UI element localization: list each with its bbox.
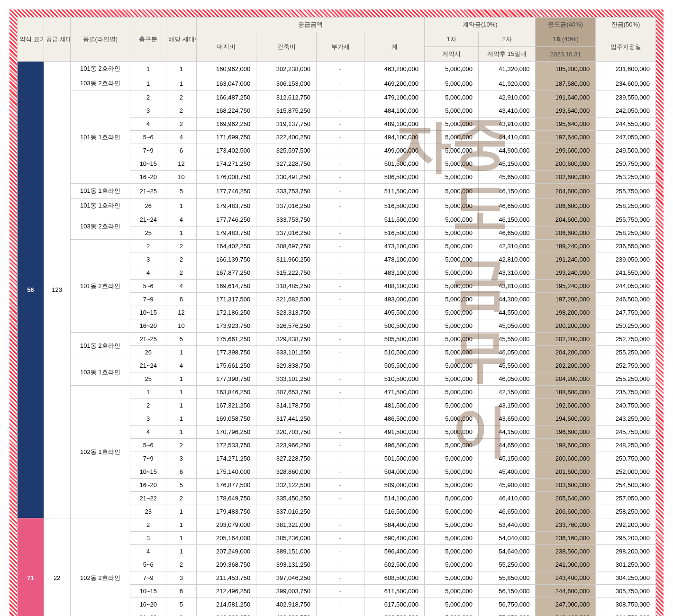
floor-cell: 16~20 (130, 598, 166, 611)
land-cell: 169,614,750 (196, 280, 256, 293)
land-cell: 175,661,250 (196, 359, 256, 372)
total-cell: 611,500,000 (364, 585, 425, 598)
th-floor: 층구분 (130, 18, 166, 62)
total-cell: 584,400,000 (364, 518, 425, 532)
land-cell: 177,746,250 (196, 184, 256, 199)
bal-cell: 241,550,000 (596, 266, 656, 280)
th-c2-sub: 계약후 15일내 (479, 47, 536, 62)
land-cell: 173,923,750 (196, 319, 256, 333)
table-body: 56123101동 2호라인11160,962,000302,238,000-4… (18, 62, 656, 616)
mid-cell: 187,680,000 (536, 76, 596, 91)
total-cell: 596,400,000 (364, 545, 425, 558)
mid-cell: 199,600,000 (536, 144, 596, 157)
th-c1-sub: 계약시 (425, 47, 479, 62)
vat-cell: - (316, 465, 364, 479)
floor-cell: 25 (130, 372, 166, 386)
c1-cell: 5,000,000 (425, 226, 479, 240)
total-cell: 493,000,000 (364, 293, 425, 306)
floor-cell: 4 (130, 545, 166, 558)
floor-cell: 2 (130, 518, 166, 532)
floor-cell: 10~15 (130, 585, 166, 598)
land-cell: 176,877,500 (196, 479, 256, 492)
bal-cell: 250,750,000 (596, 452, 656, 465)
total-cell: 478,100,000 (364, 253, 425, 266)
const-cell: 381,321,000 (256, 518, 317, 532)
c2-cell: 46,050,000 (479, 372, 536, 386)
count-cell: 5 (166, 598, 196, 611)
table-row: 102동 1호라인11163,846,250307,653,750-471,50… (18, 386, 656, 399)
mid-cell: 244,600,000 (536, 585, 596, 598)
floor-cell: 3 (130, 532, 166, 545)
th-const: 건축비 (256, 32, 317, 62)
floor-cell: 5~6 (130, 439, 166, 452)
land-cell: 176,008,750 (196, 171, 256, 184)
bal-cell: 247,050,000 (596, 131, 656, 144)
count-cell: 2 (166, 492, 196, 505)
c2-cell: 46,650,000 (479, 199, 536, 213)
count-cell: 2 (166, 266, 196, 280)
floor-cell: 2 (130, 91, 166, 104)
vat-cell: - (316, 62, 364, 76)
total-cell: 494,100,000 (364, 131, 425, 144)
vat-cell: - (316, 280, 364, 293)
mid-cell: 204,600,000 (536, 184, 596, 199)
decorative-border: 약식 표기 공급 세대수 동별(라인별) 층구분 해당 세대수 공급금액 계약금… (9, 9, 664, 616)
bal-cell: 234,600,000 (596, 76, 656, 91)
mid-cell: 195,640,000 (536, 118, 596, 131)
total-cell: 516,500,000 (364, 505, 425, 518)
th-supply-count: 공급 세대수 (44, 18, 70, 62)
land-cell: 179,483,750 (196, 199, 256, 213)
c2-cell: 42,810,000 (479, 253, 536, 266)
vat-cell: - (316, 479, 364, 492)
bal-cell: 255,750,000 (596, 184, 656, 199)
const-cell: 320,703,750 (256, 426, 317, 439)
c1-cell: 5,000,000 (425, 518, 479, 532)
count-cell: 1 (166, 412, 196, 426)
floor-cell: 5~6 (130, 280, 166, 293)
th-mid-sub2: 2023.10.31 (536, 47, 596, 62)
c2-cell: 42,910,000 (479, 91, 536, 104)
const-cell: 314,178,750 (256, 399, 317, 412)
land-cell: 211,453,750 (196, 571, 256, 585)
c1-cell: 5,000,000 (425, 199, 479, 213)
vat-cell: - (316, 91, 364, 104)
const-cell: 399,003,750 (256, 585, 317, 598)
c1-cell: 5,000,000 (425, 280, 479, 293)
count-cell: 5 (166, 333, 196, 346)
mid-cell: 193,240,000 (536, 266, 596, 280)
table-row: 103동 2호라인21~244177,746,250333,753,750-51… (18, 213, 656, 226)
c2-cell: 42,310,000 (479, 240, 536, 253)
c2-cell: 45,650,000 (479, 171, 536, 184)
floor-cell: 10~15 (130, 157, 166, 171)
vat-cell: - (316, 253, 364, 266)
count-cell: 1 (166, 62, 196, 76)
table-row: 101동 1호라인261179,483,750337,016,250-516,5… (18, 199, 656, 213)
const-cell: 397,046,250 (256, 571, 317, 585)
vat-cell: - (316, 545, 364, 558)
c2-cell: 42,150,000 (479, 386, 536, 399)
land-cell: 166,487,250 (196, 91, 256, 104)
bal-cell: 301,250,000 (596, 558, 656, 571)
c1-cell: 5,000,000 (425, 585, 479, 598)
bal-cell: 243,250,000 (596, 412, 656, 426)
mid-cell: 198,200,000 (536, 306, 596, 319)
const-cell: 393,131,250 (256, 558, 317, 571)
count-cell: 4 (166, 359, 196, 372)
total-cell: 469,200,000 (364, 76, 425, 91)
mid-cell: 238,560,000 (536, 545, 596, 558)
building-cell: 101동 1호라인 (70, 184, 130, 199)
land-cell: 214,581,250 (196, 598, 256, 611)
const-cell: 337,016,250 (256, 226, 317, 240)
building-cell: 102동 1호라인 (70, 386, 130, 518)
th-bal-sub: 입주지정일 (596, 32, 656, 62)
land-cell: 173,402,500 (196, 144, 256, 157)
c2-cell: 46,150,000 (479, 213, 536, 226)
count-cell: 10 (166, 171, 196, 184)
vat-cell: - (316, 199, 364, 213)
c2-cell: 43,650,000 (479, 412, 536, 426)
bal-cell: 311,750,000 (596, 611, 656, 616)
count-cell: 1 (166, 226, 196, 240)
c2-cell: 44,300,000 (479, 293, 536, 306)
count-cell: 3 (166, 571, 196, 585)
bal-cell: 247,750,000 (596, 306, 656, 319)
